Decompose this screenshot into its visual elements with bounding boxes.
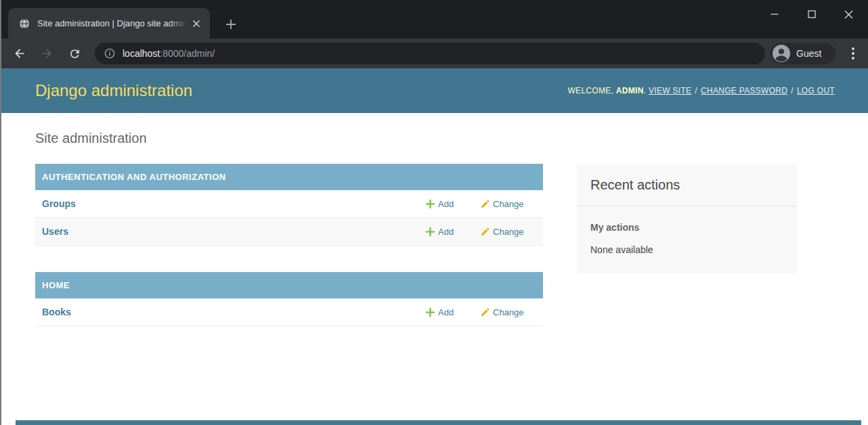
close-window-button[interactable]: [830, 0, 867, 28]
recent-actions-title: Recent actions: [577, 164, 797, 206]
page-title: Site administration: [35, 131, 868, 146]
avatar-icon: [773, 45, 790, 62]
none-available-text: None available: [590, 244, 783, 255]
tab-title: Site administration | Django site admin: [37, 18, 190, 29]
add-label: Add: [438, 307, 454, 317]
app-list: AUTHENTICATION AND AUTHORIZATION Groups …: [35, 164, 543, 353]
bottom-accent-strip: [16, 420, 861, 425]
table-row-users: Users Add Change: [35, 218, 543, 246]
username: ADMIN: [616, 86, 644, 95]
table-row-groups: Groups Add Change: [35, 190, 543, 218]
separator: /: [695, 86, 697, 95]
branding-title[interactable]: Django administration: [35, 81, 192, 100]
tab-close-icon[interactable]: [190, 18, 202, 30]
reload-button[interactable]: [65, 44, 84, 63]
module-caption-home[interactable]: HOME: [35, 272, 543, 298]
change-users-link[interactable]: Change: [481, 227, 529, 237]
change-password-link[interactable]: CHANGE PASSWORD: [701, 86, 787, 95]
add-label: Add: [438, 199, 454, 209]
forward-button[interactable]: [37, 44, 56, 63]
change-books-link[interactable]: Change: [481, 307, 529, 317]
browser-toolbar: localhost:8000/admin/ Guest: [0, 39, 868, 68]
change-groups-link[interactable]: Change: [481, 199, 529, 209]
url-path: :8000/admin/: [160, 48, 215, 59]
url-host: localhost: [123, 48, 160, 59]
maximize-button[interactable]: [793, 0, 830, 28]
module-home: HOME Books Add Change: [35, 272, 543, 326]
plus-icon: [426, 200, 435, 208]
profile-chip[interactable]: Guest: [771, 43, 836, 64]
welcome-suffix: .: [644, 86, 649, 95]
site-info-icon[interactable]: [104, 48, 115, 59]
add-users-link[interactable]: Add: [426, 227, 458, 237]
view-site-link[interactable]: VIEW SITE: [649, 86, 691, 95]
admin-content: Site administration AUTHENTICATION AND A…: [0, 113, 868, 425]
minimize-button[interactable]: [756, 0, 793, 28]
add-books-link[interactable]: Add: [426, 307, 458, 317]
add-label: Add: [438, 227, 454, 237]
tab-title-fade: [169, 16, 192, 31]
browser-tab-strip: Site administration | Django site admin: [0, 0, 868, 39]
module-auth: AUTHENTICATION AND AUTHORIZATION Groups …: [35, 164, 543, 246]
pencil-icon: [481, 308, 490, 317]
my-actions-heading: My actions: [590, 222, 783, 233]
pencil-icon: [481, 227, 490, 236]
users-link[interactable]: Users: [42, 226, 426, 237]
plus-icon: [426, 227, 435, 236]
window-left-border: [0, 0, 1, 425]
address-bar[interactable]: localhost:8000/admin/: [95, 43, 765, 64]
books-link[interactable]: Books: [42, 307, 426, 317]
django-header: Django administration WELCOME, ADMIN. VI…: [0, 68, 868, 113]
plus-icon: [426, 308, 435, 317]
back-button[interactable]: [10, 44, 29, 63]
change-label: Change: [493, 227, 524, 237]
pencil-icon: [481, 200, 490, 208]
globe-favicon-icon: [19, 18, 30, 29]
new-tab-button[interactable]: [222, 16, 240, 33]
recent-actions-panel: Recent actions My actions None available: [577, 164, 797, 273]
separator: /: [791, 86, 794, 95]
table-row-books: Books Add Change: [35, 298, 543, 326]
add-groups-link[interactable]: Add: [426, 199, 458, 209]
groups-link[interactable]: Groups: [42, 198, 426, 209]
window-controls: [756, 0, 867, 28]
welcome-text: WELCOME,: [567, 86, 615, 95]
log-out-link[interactable]: LOG OUT: [797, 86, 835, 95]
user-tools: WELCOME, ADMIN. VIEW SITE/CHANGE PASSWOR…: [567, 86, 835, 95]
url-text: localhost:8000/admin/: [123, 48, 215, 59]
profile-label: Guest: [796, 48, 821, 59]
browser-menu-icon[interactable]: [846, 47, 860, 60]
module-caption-auth[interactable]: AUTHENTICATION AND AUTHORIZATION: [35, 164, 543, 190]
change-label: Change: [493, 307, 524, 317]
browser-tab[interactable]: Site administration | Django site admin: [8, 8, 210, 39]
change-label: Change: [493, 199, 524, 209]
